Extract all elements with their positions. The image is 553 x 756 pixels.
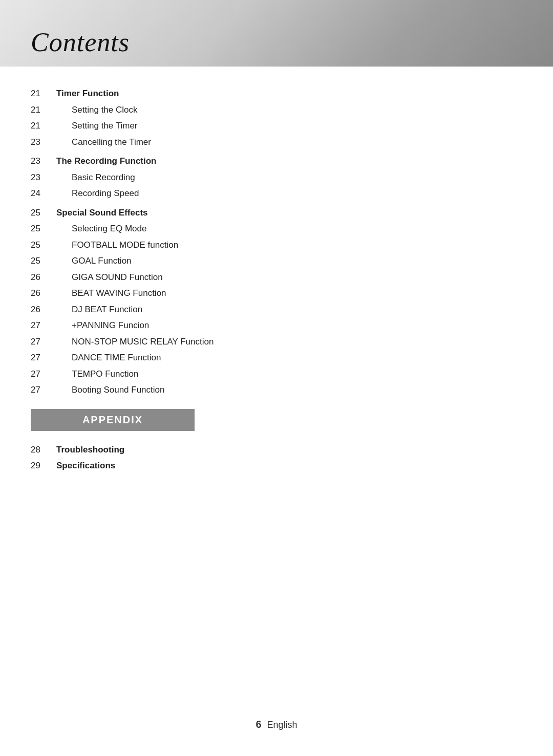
toc-item: 27DANCE TIME Function [31, 351, 522, 364]
toc-label: DANCE TIME Function [56, 351, 161, 364]
toc-number: 27 [31, 351, 56, 364]
toc-item: 27TEMPO Function [31, 368, 522, 381]
toc-label: Special Sound Effects [56, 206, 148, 220]
toc-item: 27Booting Sound Function [31, 383, 522, 397]
toc-label: +PANNING Funcion [56, 319, 149, 332]
toc-number: 27 [31, 383, 56, 397]
toc-item: 23Basic Recording [31, 171, 522, 184]
toc-item: 25Special Sound Effects [31, 206, 522, 220]
toc-label: DJ BEAT Function [56, 303, 142, 316]
toc-item: 26GIGA SOUND Function [31, 271, 522, 284]
toc-label: Selecting EQ Mode [56, 222, 146, 235]
toc-number: 26 [31, 271, 56, 284]
toc-number: 21 [31, 103, 56, 117]
page-footer: 6 English [0, 719, 553, 730]
toc-item: 26BEAT WAVING Function [31, 287, 522, 300]
page-wrapper: Contents 21Timer Function21Setting the C… [0, 0, 553, 756]
toc-item: 21Timer Function [31, 87, 522, 100]
toc-label: Recording Speed [56, 187, 139, 200]
appendix-label-item: Specifications [56, 459, 115, 472]
appendix-label: APPENDIX [82, 414, 143, 425]
appendix-label-item: Troubleshooting [56, 443, 124, 457]
appendix-container: 28Troubleshooting29Specifications [31, 443, 522, 472]
toc-number: 27 [31, 335, 56, 349]
appendix-item: 29Specifications [31, 459, 522, 472]
toc-item: 23Cancelling the Timer [31, 136, 522, 149]
content-area: 21Timer Function21Setting the Clock21Set… [0, 67, 553, 506]
toc-number: 21 [31, 87, 56, 100]
toc-label: Timer Function [56, 87, 119, 100]
toc-number: 24 [31, 187, 56, 200]
page-number: 6 [256, 719, 261, 730]
toc-label: GOAL Function [56, 254, 132, 268]
toc-number: 21 [31, 119, 56, 133]
toc-item: 25Selecting EQ Mode [31, 222, 522, 235]
toc-label: TEMPO Function [56, 368, 138, 381]
toc-item: 23The Recording Function [31, 155, 522, 168]
toc-label: Setting the Clock [56, 103, 138, 117]
toc-item: 21Setting the Timer [31, 119, 522, 133]
toc-item: 27NON-STOP MUSIC RELAY Function [31, 335, 522, 349]
toc-label: NON-STOP MUSIC RELAY Function [56, 335, 214, 349]
toc-number: 27 [31, 368, 56, 381]
page-title: Contents [31, 27, 130, 57]
toc-number: 23 [31, 155, 56, 168]
toc-number: 25 [31, 254, 56, 268]
toc-number: 25 [31, 239, 56, 252]
toc-item: 26DJ BEAT Function [31, 303, 522, 316]
toc-label: GIGA SOUND Function [56, 271, 163, 284]
appendix-number: 29 [31, 459, 56, 472]
toc-item: 27+PANNING Funcion [31, 319, 522, 332]
toc-label: Setting the Timer [56, 119, 138, 133]
appendix-banner: APPENDIX [31, 409, 195, 431]
toc-container: 21Timer Function21Setting the Clock21Set… [31, 87, 522, 397]
toc-label: FOOTBALL MODE function [56, 239, 178, 252]
toc-number: 27 [31, 319, 56, 332]
toc-number: 23 [31, 171, 56, 184]
toc-label: Basic Recording [56, 171, 135, 184]
toc-item: 25GOAL Function [31, 254, 522, 268]
toc-number: 23 [31, 136, 56, 149]
language-label: English [267, 720, 297, 730]
appendix-item: 28Troubleshooting [31, 443, 522, 457]
toc-number: 25 [31, 206, 56, 220]
toc-item: 21Setting the Clock [31, 103, 522, 117]
toc-item: 24Recording Speed [31, 187, 522, 200]
toc-label: The Recording Function [56, 155, 157, 168]
toc-label: Booting Sound Function [56, 383, 164, 397]
toc-number: 26 [31, 287, 56, 300]
toc-label: Cancelling the Timer [56, 136, 151, 149]
header-section: Contents [0, 0, 553, 67]
appendix-number: 28 [31, 443, 56, 457]
toc-number: 26 [31, 303, 56, 316]
toc-label: BEAT WAVING Function [56, 287, 166, 300]
toc-item: 25FOOTBALL MODE function [31, 239, 522, 252]
toc-number: 25 [31, 222, 56, 235]
